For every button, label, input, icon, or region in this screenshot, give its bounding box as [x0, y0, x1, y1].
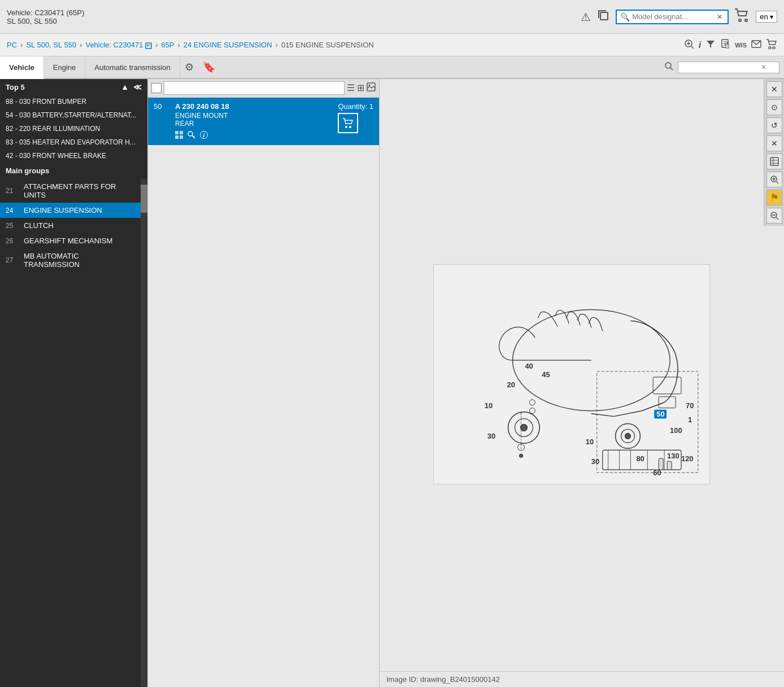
parts-search-input[interactable]	[164, 81, 345, 95]
diagram-zoomout-btn[interactable]	[766, 208, 782, 224]
group-num-24: 24	[6, 207, 18, 215]
diagram-refresh-btn[interactable]: ↺	[766, 117, 782, 133]
group-label-21: ATTACHMENT PARTS FOR UNITS	[24, 182, 135, 199]
info-tool[interactable]: i	[699, 40, 701, 50]
tab-search-icon-btn[interactable]	[660, 62, 678, 73]
svg-point-28	[188, 132, 193, 136]
top5-item-4[interactable]: 83 - 035 HEATER AND EVAPORATOR H...	[0, 135, 147, 149]
tab-search-clear[interactable]: ✕	[761, 63, 766, 71]
groups-scrollbar[interactable]	[141, 179, 147, 687]
groups-scrollbar-thumb[interactable]	[141, 185, 147, 213]
svg-point-23	[369, 85, 371, 86]
filter-tool[interactable]	[705, 39, 716, 51]
tab-search-input[interactable]	[682, 63, 761, 72]
group-item-24[interactable]: 24 ENGINE SUSPENSION	[0, 203, 141, 218]
top5-item-2[interactable]: 54 - 030 BATTERY,STARTER/ALTERNAT...	[0, 108, 147, 122]
svg-text:40: 40	[525, 362, 533, 370]
top5-title: Top 5	[6, 83, 25, 91]
parts-view-icons: ☰ ⊞	[347, 82, 376, 94]
add-to-cart-btn[interactable]	[338, 113, 358, 133]
tab-search-area: ✕	[660, 56, 784, 78]
diagram-table-btn[interactable]	[766, 154, 782, 169]
tab-engine[interactable]: Engine	[44, 56, 85, 78]
language-selector[interactable]: en ▾	[756, 11, 777, 23]
diagram-circle-btn[interactable]: ⊙	[766, 99, 782, 115]
part-qty-50: Quantity: 1	[338, 102, 373, 133]
tab-bookmark-icon[interactable]: 🔖	[198, 56, 220, 78]
breadcrumb-tools: i ! WIS	[684, 39, 777, 51]
top5-close-btn[interactable]: ≪	[133, 82, 142, 91]
svg-point-20	[665, 63, 671, 68]
breadcrumb-vehicle[interactable]: Vehicle: C230471	[85, 41, 152, 49]
alert-button[interactable]: ⚠	[581, 10, 591, 24]
cart-button[interactable]	[734, 8, 750, 25]
group-item-26[interactable]: 26 GEARSHIFT MECHANISM	[0, 233, 141, 248]
group-num-27: 27	[6, 256, 18, 264]
breadcrumb-current: 015 ENGINE SUSPENSION	[281, 41, 374, 49]
tab-settings-icon[interactable]: ⚙	[180, 56, 198, 78]
svg-line-38	[776, 181, 778, 183]
main-content: Top 5 ▲ ≪ 88 - 030 FRONT BUMPER 54 - 030…	[0, 79, 784, 687]
svg-text:60: 60	[653, 469, 661, 477]
breadcrumb-model[interactable]: SL 500, SL 550	[26, 41, 76, 49]
diagram-zoomin-btn[interactable]	[766, 172, 782, 187]
top5-item-3[interactable]: 82 - 220 REAR ILLUMINATION	[0, 122, 147, 135]
wis-tool[interactable]: WIS	[735, 42, 747, 49]
header-search[interactable]: 🔍 ✕	[616, 10, 729, 24]
svg-marker-10	[707, 41, 715, 48]
part-key-icon[interactable]	[188, 131, 195, 141]
copy-button[interactable]	[596, 8, 610, 25]
part-pos-50: 50	[154, 102, 171, 111]
group-num-25: 25	[6, 222, 18, 230]
svg-text:!: !	[726, 40, 729, 49]
main-groups-header: Main groups	[0, 163, 147, 179]
top5-item-5[interactable]: 42 - 030 FRONT WHEEL BRAKE	[0, 149, 147, 163]
breadcrumb-65p[interactable]: 65P	[161, 41, 174, 49]
top5-item-1[interactable]: 88 - 030 FRONT BUMPER	[0, 95, 147, 108]
part-info-icon[interactable]: i	[200, 131, 208, 139]
svg-point-19	[773, 47, 775, 49]
grid-view-btn[interactable]: ⊞	[357, 82, 364, 94]
group-item-21[interactable]: 21 ATTACHMENT PARTS FOR UNITS	[0, 179, 141, 203]
svg-point-1	[739, 19, 741, 21]
groups-list: 21 ATTACHMENT PARTS FOR UNITS 24 ENGINE …	[0, 179, 141, 687]
svg-text:10: 10	[485, 401, 493, 410]
part-grid-icon[interactable]	[175, 131, 183, 141]
part-code-50: A 230 240 08 18	[175, 102, 332, 111]
parts-select-all[interactable]	[151, 83, 162, 93]
group-item-25[interactable]: 25 CLUTCH	[0, 218, 141, 233]
group-label-26: GEARSHIFT MECHANISM	[24, 237, 112, 245]
right-panel: ✕ ⊙ ↺ ✕ ⚑	[380, 79, 784, 687]
tab-auto-trans[interactable]: Automatic transmission	[85, 56, 180, 78]
diagram-area: 40 45 20 10 30 50 70 100 130 10 30 80 12…	[380, 79, 784, 671]
cart-tool[interactable]	[766, 39, 777, 51]
svg-text:120: 120	[681, 454, 694, 463]
clear-search-icon[interactable]: ✕	[717, 13, 722, 21]
breadcrumb-engine-susp[interactable]: 24 ENGINE SUSPENSION	[184, 41, 272, 49]
model-search-input[interactable]	[632, 12, 717, 21]
groups-container: 21 ATTACHMENT PARTS FOR UNITS 24 ENGINE …	[0, 179, 147, 687]
svg-point-59	[529, 400, 535, 405]
diagram-yellow-btn[interactable]: ⚑	[766, 190, 782, 205]
top5-collapse-btn[interactable]: ▲	[121, 82, 129, 91]
tab-search[interactable]: ✕	[678, 62, 779, 73]
tab-vehicle[interactable]: Vehicle	[0, 56, 44, 79]
svg-rect-24	[175, 131, 178, 134]
doc-tool[interactable]: !	[720, 39, 730, 51]
group-item-27[interactable]: 27 MB AUTOMATIC TRANSMISSION	[0, 248, 141, 272]
breadcrumb-pc[interactable]: PC	[7, 41, 17, 49]
mail-tool[interactable]	[751, 40, 761, 50]
cart-wrapper	[734, 8, 750, 25]
svg-line-42	[776, 217, 778, 220]
diagram-close-btn[interactable]: ✕	[766, 81, 782, 97]
zoom-tool[interactable]	[684, 39, 694, 51]
svg-rect-46	[659, 397, 676, 408]
vehicle-model: SL 500, SL 550	[7, 17, 84, 25]
svg-rect-26	[175, 135, 178, 139]
svg-text:20: 20	[507, 380, 515, 389]
group-label-27: MB AUTOMATIC TRANSMISSION	[24, 252, 135, 269]
diagram-cross-btn[interactable]: ✕	[766, 135, 782, 151]
svg-point-52	[625, 433, 631, 439]
list-view-btn[interactable]: ☰	[347, 82, 355, 94]
image-view-btn[interactable]	[367, 82, 376, 94]
